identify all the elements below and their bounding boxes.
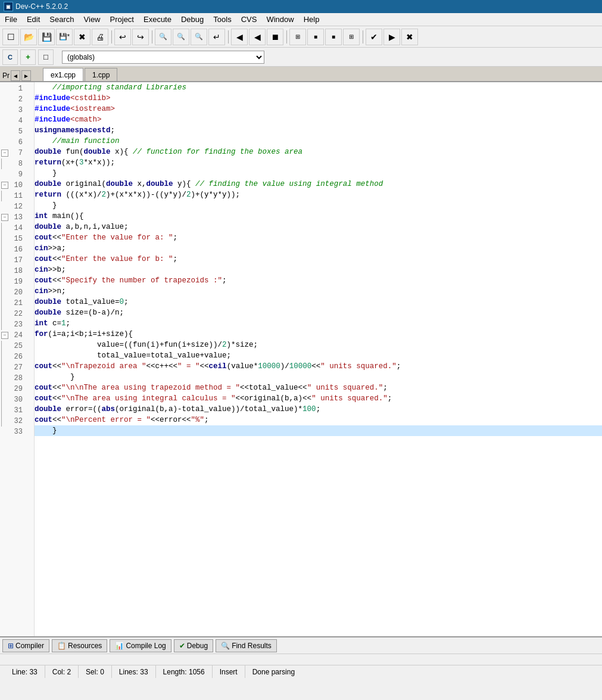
tab-1cpp[interactable]: 1.cpp — [85, 68, 117, 81]
sel-label: Sel: — [86, 668, 98, 676]
menu-cvs[interactable]: CVS — [236, 13, 262, 26]
layout4-button[interactable]: ⊞ — [343, 29, 360, 45]
class-button[interactable]: C — [2, 49, 18, 65]
menu-edit[interactable]: Edit — [22, 13, 45, 26]
line-num-text-10: 10 — [10, 181, 23, 189]
code-line-14: double a,b,n,i,value; — [35, 222, 602, 232]
line-number-27: 27 — [0, 362, 34, 373]
redo-button[interactable]: ↪ — [132, 29, 149, 45]
menu-view[interactable]: View — [79, 13, 105, 26]
code-line-2: #include <cstdlib> — [35, 93, 602, 104]
fold-button-10[interactable]: − — [1, 182, 8, 189]
fold-line-11 — [1, 191, 8, 201]
code-line-26: total_value=total_value+value; — [35, 350, 602, 361]
line-number-31: 31 — [0, 405, 34, 416]
scope-button[interactable]: □ — [38, 49, 54, 65]
line-number-4: 4 — [0, 116, 34, 126]
code-line-33: } — [35, 425, 602, 436]
undo-button[interactable]: ↩ — [114, 29, 131, 45]
step-fwd-button[interactable]: ◀ — [249, 29, 266, 45]
line-num-text-16: 16 — [10, 245, 23, 254]
replace-button[interactable]: 🔍 — [191, 29, 207, 45]
tab-ex1cpp[interactable]: ex1.cpp — [43, 68, 83, 81]
line-number-12: 12 — [0, 201, 34, 212]
line-num-text-14: 14 — [10, 224, 23, 232]
fold-line-27 — [1, 362, 8, 373]
col-label: Col: — [52, 668, 65, 676]
compile-run-button[interactable]: ▶ — [383, 29, 400, 45]
menu-execute[interactable]: Execute — [139, 13, 176, 26]
line-number-16: 16 — [0, 244, 34, 255]
code-line-7: double fun(double x){ // function for fi… — [35, 147, 602, 157]
line-num-text-7: 7 — [10, 149, 23, 157]
fold-line-17 — [1, 255, 8, 266]
layout2-button[interactable]: ■ — [307, 29, 324, 45]
add-button[interactable]: + — [20, 49, 36, 65]
code-area[interactable]: //importing standard Libraries #include … — [35, 82, 602, 636]
line-number-7: −7 — [0, 148, 34, 158]
bottom-tab-compilelog[interactable]: 📊 Compile Log — [110, 639, 171, 652]
line-number-29: 29 — [0, 384, 34, 394]
layout1-button[interactable]: ⊞ — [289, 29, 306, 45]
code-line-21: double total_value=0; — [35, 297, 602, 307]
tab-next-button[interactable]: ► — [21, 70, 31, 81]
menu-debug[interactable]: Debug — [176, 13, 208, 26]
code-line-30: cout<<"\nThe area using integral calculu… — [35, 393, 602, 404]
fold-button-7[interactable]: − — [1, 150, 8, 157]
menu-file[interactable]: File — [0, 13, 22, 26]
code-line-27: cout<<"\nTrapezoid area "<<c++<<" = "<<c… — [35, 361, 602, 372]
line-number-33: 33 — [0, 427, 34, 437]
tab-prev-button[interactable]: ◄ — [11, 70, 20, 81]
fold-button-13[interactable]: − — [1, 214, 8, 221]
sel-value: 0 — [100, 668, 104, 676]
globals-dropdown[interactable]: (globals) — [62, 51, 264, 64]
code-line-13: int main(){ — [35, 211, 602, 222]
line-num-text-26: 26 — [10, 353, 23, 361]
menu-window[interactable]: Window — [261, 13, 298, 26]
print-button[interactable]: 🖨 — [92, 29, 108, 45]
bottom-tab-debug[interactable]: ✔ Debug — [174, 639, 213, 652]
step-back-button[interactable]: ◀ — [231, 29, 248, 45]
line-number-17: 17 — [0, 255, 34, 266]
line-num-text-25: 25 — [10, 342, 23, 350]
bottom-tab-resources[interactable]: 📋 Resources — [52, 639, 107, 652]
fold-button-24[interactable]: − — [1, 332, 8, 339]
line-num-text-4: 4 — [10, 117, 23, 125]
status-bar: Line: 33 Col: 2 Sel: 0 Lines: 33 Length:… — [0, 665, 602, 678]
line-value: 33 — [29, 668, 37, 676]
check-button[interactable]: ✔ — [366, 29, 382, 45]
fold-line-16 — [1, 244, 8, 255]
mode-value: Insert — [220, 668, 238, 676]
line-number-25: 25 — [0, 341, 34, 351]
jump-button[interactable]: ↵ — [208, 29, 225, 45]
line-num-text-31: 31 — [10, 406, 23, 415]
new-button[interactable]: ☐ — [2, 29, 19, 45]
bottom-tab-compiler[interactable]: ⊞ Compiler — [2, 639, 49, 652]
code-line-25: value=((fun(i)+fun(i+size))/2)*size; — [35, 340, 602, 350]
line-number-1: 1 — [0, 83, 34, 94]
save-button[interactable]: 💾 — [38, 29, 55, 45]
bottom-tab-findresults[interactable]: 🔍 Find Results — [216, 639, 277, 652]
code-line-8: return(x+(3*x*x)); — [35, 157, 602, 168]
line-number-26: 26 — [0, 351, 34, 362]
layout3-button[interactable]: ■ — [325, 29, 342, 45]
line-number-32: 32 — [0, 416, 34, 427]
close-button[interactable]: ✖ — [74, 29, 91, 45]
line-number-5: 5 — [0, 126, 34, 137]
resources-icon: 📋 — [57, 642, 66, 650]
find2-button[interactable]: 🔍 — [173, 29, 189, 45]
menu-tools[interactable]: Tools — [208, 13, 236, 26]
resources-label: Resources — [68, 642, 102, 650]
line-number-22: 22 — [0, 309, 34, 319]
save-all-button[interactable]: 💾* — [56, 29, 73, 45]
menu-help[interactable]: Help — [299, 13, 325, 26]
open-button[interactable]: 📂 — [20, 29, 37, 45]
line-number-10: −10 — [0, 180, 34, 191]
line-number-13: −13 — [0, 212, 34, 223]
close2-button[interactable]: ✖ — [401, 29, 418, 45]
find-button[interactable]: 🔍 — [155, 29, 171, 45]
menu-project[interactable]: Project — [105, 13, 139, 26]
stop-button[interactable]: ⏹ — [267, 29, 283, 45]
line-num-text-29: 29 — [10, 385, 23, 393]
menu-search[interactable]: Search — [45, 13, 79, 26]
